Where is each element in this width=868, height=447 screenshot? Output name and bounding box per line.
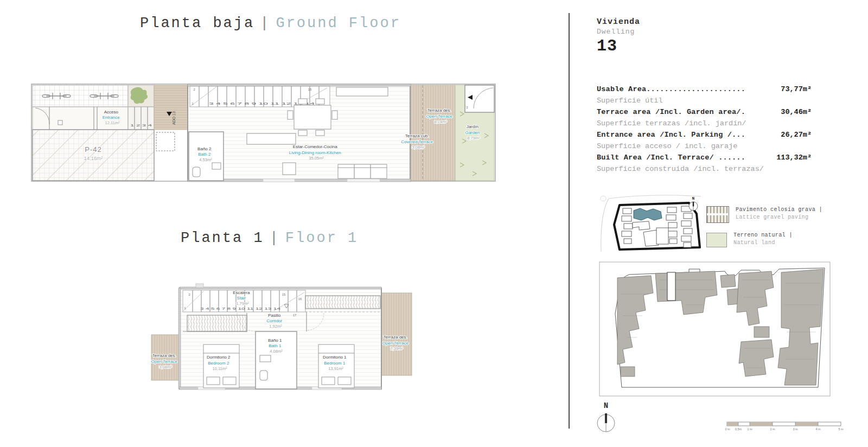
- legend-item-natural: Terreno natural | Natural land: [706, 232, 822, 247]
- stair-numbers-run: 3 4 5 6 7 8 9 10 11 12 13 14: [200, 307, 282, 310]
- garden-entry: 2: [465, 85, 494, 112]
- utility-box: [156, 132, 175, 151]
- area-sublabel: Superficie acceso / incl. garaje: [597, 141, 812, 152]
- natural-land-swatch: [706, 233, 727, 247]
- keyplan-north-arrow: N: [689, 196, 698, 210]
- stair-number: 1: [184, 306, 186, 310]
- room-label-parking: P-42: [85, 145, 101, 154]
- wardrobe-bedroom2: [187, 315, 247, 331]
- area-sublabel: Superficie terrazas /incl. jardín/: [597, 118, 812, 129]
- stair-number: 15: [308, 88, 311, 91]
- floorplan-sheet: Planta baja|Ground Floor Planta 1|Floor …: [0, 0, 868, 447]
- area-value: 26,27m²: [781, 129, 812, 141]
- area-value: 73,77m²: [781, 84, 812, 95]
- ground-floor-plan: 1 2 3 4 P-42 14,16m² Acceso Entrance 12,…: [30, 80, 497, 184]
- site-highlighted-dwelling: [667, 272, 675, 301]
- ground-floor-title-en: Ground Floor: [276, 15, 400, 31]
- area-value: 113,32m²: [776, 152, 812, 163]
- entry-step-numbers: 1 2 3 4: [130, 124, 153, 127]
- scale-labels: 0 m 0,5m 1 m 2 m 3 m 4 m 5 m: [725, 427, 844, 431]
- scale-bar: 0 m 0,5m 1 m 2 m 3 m 4 m 5 m: [725, 420, 847, 434]
- key-plan: N: [598, 192, 702, 252]
- scale-tick-label: 2 m: [770, 427, 775, 431]
- svg-text:ADO 13: ADO 13: [172, 111, 176, 125]
- room-area-parking: 14,16m²: [84, 155, 103, 161]
- ground-floor-title: Planta baja|Ground Floor: [140, 15, 401, 31]
- legend-label-en: Natural land: [733, 239, 793, 247]
- site-plan: [599, 261, 831, 397]
- scale-tick-label: 3 m: [793, 427, 798, 431]
- area-sublabel: Superficie útil: [597, 95, 812, 106]
- sofa: [338, 164, 387, 178]
- floor1-plan: Terraza des. Open Terrace 3,08m² Terraza…: [149, 274, 416, 394]
- stair-number: 2: [188, 293, 190, 296]
- area-label: Usable Area......................: [597, 84, 745, 95]
- floor1-title-en: Floor 1: [285, 230, 358, 246]
- stair-number: 16: [298, 297, 302, 301]
- side-table: [283, 163, 296, 175]
- stair-number: 2: [193, 88, 195, 91]
- area-row: Usable Area......................73,77m²: [597, 84, 812, 95]
- area-label: Built Area /Incl. Terrace/ ......: [597, 152, 745, 163]
- legend-item-gravel: Pavimento celosía grava | Lattice gravel…: [706, 206, 822, 223]
- scale-tick-label: 0 m: [725, 427, 730, 431]
- dwelling-number: 13: [597, 37, 640, 55]
- window: [263, 179, 295, 182]
- legend: Pavimento celosía grava | Lattice gravel…: [706, 206, 822, 256]
- scale-tick-label: 4 m: [815, 427, 821, 431]
- title-separator: |: [260, 15, 270, 31]
- dwelling-label-es: Vivienda: [597, 17, 640, 27]
- chimney-nub: [196, 284, 203, 288]
- area-value: 30,46m²: [781, 106, 812, 118]
- ground-floor-title-es: Planta baja: [140, 15, 254, 31]
- stair-number: 1: [192, 102, 193, 105]
- legend-label-es: Terreno natural |: [733, 232, 793, 239]
- window: [347, 179, 380, 182]
- stair-number: 17: [293, 314, 296, 317]
- toilet: [260, 371, 267, 380]
- area-label: Terrace area /Incl. Garden area/.: [597, 106, 745, 118]
- title-separator: |: [270, 230, 280, 246]
- area-row: Terrace area /Incl. Garden area/.30,46m²: [597, 106, 812, 118]
- scale-tick-label: 1 m: [747, 427, 752, 431]
- area-row: Entrance area /Incl. Parking /...26,27m²: [597, 129, 812, 141]
- gravel-paving-swatch: [706, 206, 729, 223]
- scale-tick-label: 5 m: [838, 427, 844, 431]
- terrace-ground: [411, 85, 455, 181]
- sink: [260, 355, 271, 362]
- kitchen-island: [247, 133, 296, 144]
- legend-label-en: Lattice gravel paving: [736, 214, 822, 221]
- door-marker: ADO 13: [172, 111, 176, 125]
- area-row: Built Area /Incl. Terrace/ ......113,32m…: [597, 152, 812, 163]
- area-table: Usable Area......................73,77m²…: [597, 84, 812, 175]
- stair-number: 15: [282, 293, 285, 296]
- area-sublabel: Superficie construida /incl. terrazas/: [597, 163, 812, 175]
- wardrobe-bedroom1: [305, 296, 380, 309]
- floor1-title-es: Planta 1: [181, 230, 264, 246]
- panel-divider: [569, 13, 570, 429]
- north-arrow: N: [588, 399, 626, 438]
- dwelling-header: Vivienda Dwelling 13: [597, 17, 640, 55]
- kitchen-counter: [336, 87, 388, 96]
- dwelling-label-en: Dwelling: [597, 28, 640, 36]
- scale-tick-label: 0,5m: [735, 427, 742, 431]
- area-label: Entrance area /Incl. Parking /...: [597, 129, 745, 141]
- step-number: 2: [466, 106, 468, 109]
- access-path: [154, 85, 188, 130]
- floor1-title: Planta 1|Floor 1: [181, 230, 358, 246]
- north-label: N: [604, 401, 608, 410]
- legend-label-es: Pavimento celosía grava |: [736, 206, 822, 214]
- north-label: N: [692, 196, 695, 201]
